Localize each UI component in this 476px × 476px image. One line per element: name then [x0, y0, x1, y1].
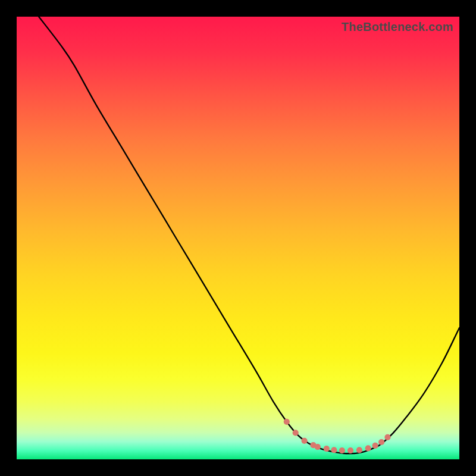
data-dot — [293, 430, 299, 436]
outer-frame: TheBottleneck.com — [0, 0, 476, 476]
data-dot — [372, 443, 378, 449]
data-dot — [347, 447, 353, 453]
data-dot — [331, 447, 337, 453]
data-dot — [284, 419, 290, 425]
data-dot — [339, 447, 345, 453]
data-dot — [302, 438, 308, 444]
data-dot — [315, 444, 321, 450]
data-dot — [384, 434, 390, 440]
data-dot — [365, 445, 371, 451]
data-dot — [356, 447, 362, 453]
data-dot — [378, 439, 384, 445]
chart-svg — [17, 17, 459, 459]
plot-area: TheBottleneck.com — [17, 17, 459, 459]
bottleneck-curve — [39, 17, 459, 453]
data-dot — [324, 446, 330, 452]
